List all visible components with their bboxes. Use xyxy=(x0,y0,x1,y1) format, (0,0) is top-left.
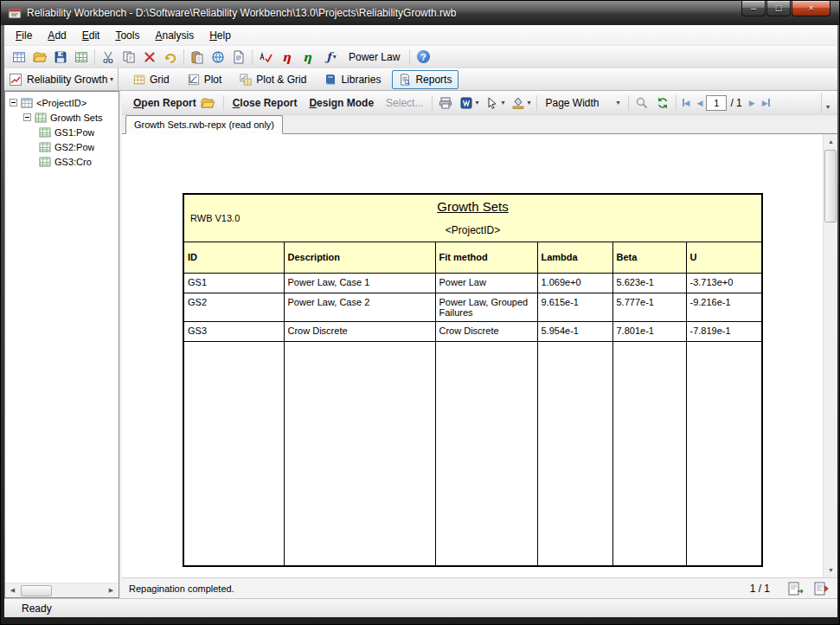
collapse-icon[interactable] xyxy=(23,113,31,121)
print-button[interactable] xyxy=(435,94,456,112)
chevron-down-icon: ▾ xyxy=(110,76,113,83)
reports-icon xyxy=(399,74,411,86)
scroll-right-icon[interactable]: ▶ xyxy=(104,583,119,598)
maximize-icon: □ xyxy=(776,3,782,13)
toolbar-separator xyxy=(536,95,537,111)
tree-horizontal-scrollbar[interactable]: ◀ ▶ xyxy=(5,583,119,597)
previous-page-button[interactable]: ◀ xyxy=(693,99,706,107)
toolbar-separator xyxy=(252,49,253,65)
minimize-button[interactable]: – xyxy=(741,1,766,16)
report-tab[interactable]: Growth Sets.rwb-repx (read only) xyxy=(125,115,283,134)
new-project-button[interactable] xyxy=(9,48,29,67)
module-selector[interactable]: Reliability Growth ▾ xyxy=(4,68,118,91)
report-project-id: <ProjectID> xyxy=(184,224,761,236)
status-bar: Ready xyxy=(4,598,837,617)
magnifier-icon xyxy=(635,96,649,110)
eta-red-button[interactable]: η xyxy=(276,48,297,67)
close-report-button[interactable]: Close Report xyxy=(227,95,304,111)
view-button-label: Plot & Grid xyxy=(256,74,306,86)
menu-analysis[interactable]: Analysis xyxy=(147,26,202,45)
close-report-label: Close Report xyxy=(233,97,298,109)
report-vertical-scrollbar[interactable]: ▲ ▼ xyxy=(823,134,837,577)
function-dropdown[interactable]: ƒ ▾ xyxy=(317,48,345,67)
refresh-button[interactable] xyxy=(652,94,673,112)
report-tab-label: Growth Sets.rwb-repx (read only) xyxy=(134,119,274,130)
scrollbar-thumb[interactable] xyxy=(21,585,52,596)
paste-button[interactable] xyxy=(187,48,208,67)
find-button[interactable] xyxy=(632,94,652,112)
cut-button[interactable] xyxy=(98,48,119,67)
copy-button[interactable] xyxy=(119,48,139,67)
report-cell: Crow Discrete xyxy=(284,321,435,341)
pointer-tool-button[interactable]: ▾ xyxy=(482,94,508,112)
page-number-input[interactable] xyxy=(706,95,727,111)
document-icon xyxy=(232,50,246,64)
scroll-down-icon[interactable]: ▼ xyxy=(824,563,837,577)
toolbar-separator xyxy=(628,95,629,111)
undo-button[interactable] xyxy=(160,48,181,67)
tree-item-gs1[interactable]: GS1:Pow xyxy=(5,125,119,139)
menu-add[interactable]: Add xyxy=(40,26,74,45)
help-button[interactable]: ? xyxy=(413,48,433,67)
column-header: Description xyxy=(284,242,435,273)
print-layout-icon[interactable] xyxy=(813,582,830,596)
menu-help[interactable]: Help xyxy=(202,26,239,45)
tree-item-project[interactable]: <ProjectID> xyxy=(5,95,119,110)
tree-item-label: <ProjectID> xyxy=(36,98,87,108)
open-report-button[interactable]: Open Report xyxy=(127,94,221,112)
report-cell: 1.069e+0 xyxy=(537,273,612,293)
growth-set-icon xyxy=(39,156,51,168)
menu-file[interactable]: File xyxy=(8,26,40,45)
close-button[interactable]: × xyxy=(792,1,830,16)
report-header-band: RWB V13.0 Growth Sets <ProjectID> xyxy=(183,194,762,242)
next-page-button[interactable]: ▶ xyxy=(746,99,759,107)
tree-item-growth-sets[interactable]: Growth Sets xyxy=(5,110,119,125)
verify-button[interactable] xyxy=(255,48,276,67)
first-page-button[interactable]: ◀ xyxy=(679,99,694,107)
maximize-button[interactable]: □ xyxy=(766,1,791,16)
export-button[interactable]: ▾ xyxy=(456,94,482,112)
view-button-plot[interactable]: Plot xyxy=(181,70,229,89)
eta-red-icon: η xyxy=(282,51,291,63)
view-button-reports[interactable]: Reports xyxy=(392,70,458,89)
design-mode-button[interactable]: Design Mode xyxy=(303,95,380,111)
view-button-grid[interactable]: Grid xyxy=(126,70,176,89)
main-toolbar: η η ƒ ▾ Power Law ? xyxy=(4,46,837,68)
collapse-icon[interactable] xyxy=(10,99,17,106)
tree-item-gs2[interactable]: GS2:Pow xyxy=(5,139,119,154)
report-toolbar: Open Report Close Report Design Mode Sel… xyxy=(122,91,837,115)
report-viewport: RWB V13.0 Growth Sets <ProjectID> ID Des… xyxy=(122,134,837,577)
eta-green-button[interactable]: η xyxy=(297,48,317,67)
tree-item-gs3[interactable]: GS3:Cro xyxy=(5,154,119,169)
document-button[interactable] xyxy=(228,48,249,67)
printer-icon xyxy=(439,96,452,110)
report-cell: 9.615e-1 xyxy=(537,293,612,321)
web-button[interactable] xyxy=(208,48,228,67)
project-tree: <ProjectID> Growth Sets GS1:Pow GS2:Pow xyxy=(4,91,119,598)
menu-tools[interactable]: Tools xyxy=(107,26,147,45)
toolbar-overflow-button[interactable]: ▾ xyxy=(821,93,832,113)
module-selector-label: Reliability Growth xyxy=(27,74,108,86)
report-cell: Power Law, Case 2 xyxy=(284,293,435,321)
last-page-button[interactable]: ▶ xyxy=(759,99,773,107)
open-button[interactable] xyxy=(29,48,50,67)
growth-set-icon xyxy=(39,126,51,139)
scroll-left-icon[interactable]: ◀ xyxy=(5,583,20,598)
view-button-plot-grid[interactable]: Plot & Grid xyxy=(233,70,313,89)
page-setup-icon[interactable] xyxy=(787,582,805,596)
save-button[interactable] xyxy=(50,48,71,67)
view-button-libraries[interactable]: Libraries xyxy=(317,70,388,89)
scroll-up-icon[interactable]: ▲ xyxy=(824,134,837,149)
menu-edit[interactable]: Edit xyxy=(74,26,108,45)
scrollbar-thumb[interactable] xyxy=(824,150,837,222)
zoom-combobox[interactable]: Page Width ▾ xyxy=(540,95,625,111)
grid-view-button[interactable] xyxy=(71,48,92,67)
color-tool-button[interactable]: ▾ xyxy=(508,94,534,112)
titlebar[interactable]: Reliability Workbench - D:\Software\Reli… xyxy=(1,1,839,25)
view-button-label: Libraries xyxy=(341,74,381,86)
chevron-down-icon: ▾ xyxy=(527,100,530,106)
toolbar-separator xyxy=(183,49,184,65)
page-indicator: 1 / 1 xyxy=(750,583,770,595)
view-button-label: Grid xyxy=(150,74,170,86)
delete-button[interactable] xyxy=(139,48,160,67)
